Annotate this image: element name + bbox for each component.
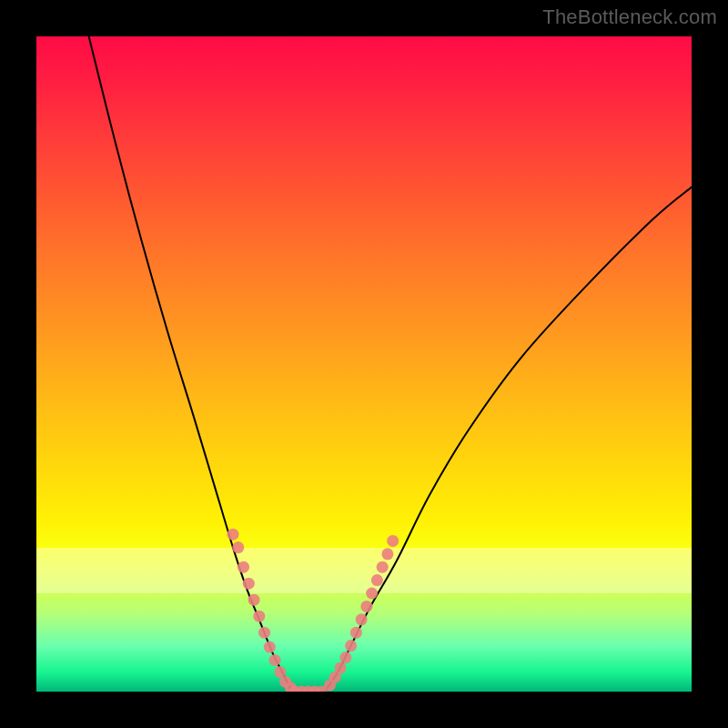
trough-marker — [248, 594, 260, 606]
trough-marker — [228, 529, 239, 541]
trough-marker — [366, 588, 378, 600]
trough-marker — [253, 611, 265, 622]
trough-marker — [356, 613, 368, 625]
trough-marker — [350, 627, 362, 639]
trough-marker — [360, 601, 372, 612]
trough-marker — [264, 642, 276, 653]
trough-marker — [387, 535, 399, 547]
trough-marker — [371, 574, 383, 586]
plot-area — [36, 36, 692, 692]
trough-marker — [258, 627, 270, 639]
chart-frame: TheBottleneck.com — [0, 0, 728, 728]
trough-marker — [232, 541, 244, 553]
curve-layer — [36, 36, 692, 692]
trough-marker — [381, 548, 393, 560]
watermark-text: TheBottleneck.com — [542, 5, 717, 29]
trough-marker — [335, 662, 347, 674]
trough-marker — [377, 561, 389, 573]
trough-marker — [339, 652, 351, 663]
trough-marker — [345, 640, 357, 652]
trough-marker — [269, 654, 281, 666]
trough-marker — [238, 561, 249, 573]
trough-marker — [243, 578, 255, 590]
bottleneck-curve — [89, 36, 692, 692]
